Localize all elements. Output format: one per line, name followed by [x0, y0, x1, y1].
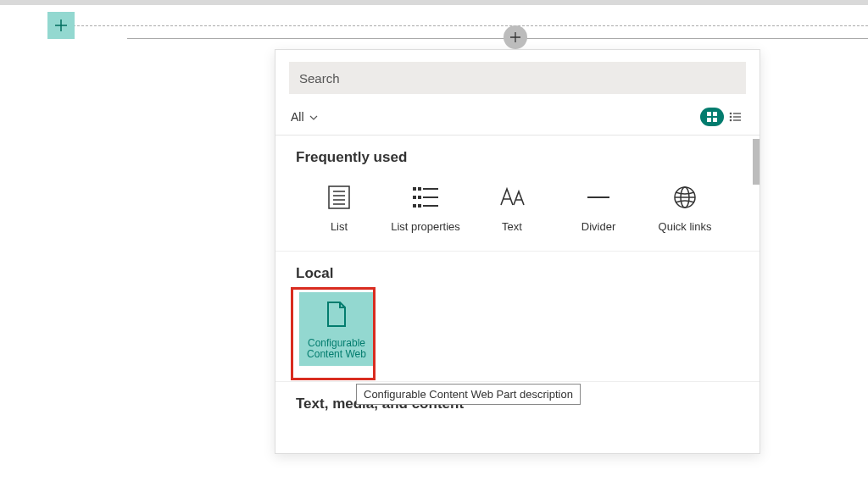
- webpart-configurable-content[interactable]: Configurable Content Web: [299, 292, 374, 367]
- chevron-down-icon: [309, 112, 318, 122]
- webpart-list[interactable]: List: [296, 176, 382, 244]
- plus-icon: [54, 19, 68, 32]
- section-frequently-used: Frequently used List List properties: [275, 136, 760, 252]
- section-horizontal-rule: [127, 38, 868, 39]
- webpart-label: Text: [502, 220, 522, 234]
- text-icon: [498, 183, 526, 212]
- svg-rect-20: [423, 196, 438, 198]
- svg-rect-17: [423, 188, 438, 190]
- svg-rect-21: [413, 204, 416, 208]
- svg-rect-19: [418, 196, 421, 199]
- top-edge: [0, 0, 868, 5]
- svg-rect-0: [707, 112, 711, 116]
- section-divider-line: [47, 25, 868, 26]
- list-view-icon: [729, 112, 741, 122]
- toolbox-scroll-area: Frequently used List List properties: [275, 135, 760, 453]
- tooltip: Configurable Content Web Part descriptio…: [356, 384, 581, 405]
- list-icon: [328, 183, 350, 212]
- list-properties-icon: [413, 183, 438, 212]
- add-section-button[interactable]: [47, 12, 75, 39]
- add-webpart-button[interactable]: [504, 25, 527, 49]
- tooltip-text: Configurable Content Web Part descriptio…: [364, 388, 573, 401]
- webpart-label: Configurable Content Web: [307, 338, 366, 362]
- svg-rect-3: [713, 118, 717, 122]
- globe-icon: [673, 183, 697, 212]
- webpart-divider[interactable]: Divider: [555, 176, 642, 244]
- svg-rect-15: [413, 187, 416, 191]
- category-filter-dropdown[interactable]: All: [291, 110, 318, 124]
- dropdown-label: All: [291, 110, 304, 124]
- svg-point-4: [730, 113, 732, 115]
- svg-rect-22: [418, 204, 421, 208]
- svg-rect-16: [418, 187, 421, 191]
- section-local: Local Configurable Content Web: [275, 252, 760, 383]
- toolbox-header: [275, 50, 760, 104]
- webpart-label: List properties: [391, 220, 460, 234]
- toolbox-filter-bar: All: [275, 104, 760, 135]
- svg-rect-7: [733, 116, 741, 117]
- grid-view-button[interactable]: [700, 108, 724, 126]
- plus-icon: [509, 31, 521, 43]
- section-title: Local: [296, 265, 739, 282]
- svg-rect-23: [423, 205, 438, 207]
- webpart-label: Divider: [581, 220, 615, 234]
- grid-icon: [707, 112, 717, 122]
- webpart-quick-links[interactable]: Quick links: [642, 176, 728, 244]
- svg-rect-18: [413, 196, 416, 199]
- svg-rect-2: [707, 118, 711, 122]
- webpart-label: List: [331, 220, 348, 234]
- webpart-list-properties[interactable]: List properties: [382, 176, 469, 244]
- divider-icon: [584, 183, 613, 212]
- svg-rect-5: [733, 113, 741, 113]
- list-view-button[interactable]: [726, 108, 744, 126]
- webpart-text[interactable]: Text: [469, 176, 555, 244]
- section-title: Frequently used: [296, 149, 739, 166]
- svg-point-8: [730, 119, 732, 122]
- webpart-row: Configurable Content Web: [296, 292, 739, 367]
- scrollbar-thumb[interactable]: [753, 139, 760, 185]
- svg-point-6: [730, 116, 732, 119]
- svg-rect-9: [733, 119, 741, 120]
- svg-rect-1: [713, 112, 717, 116]
- page-icon: [326, 301, 348, 331]
- view-toggle: [700, 108, 744, 126]
- search-input[interactable]: [289, 62, 746, 94]
- svg-rect-10: [329, 186, 349, 208]
- webpart-label: Quick links: [659, 220, 712, 234]
- webpart-row: List List properties Text: [296, 176, 739, 244]
